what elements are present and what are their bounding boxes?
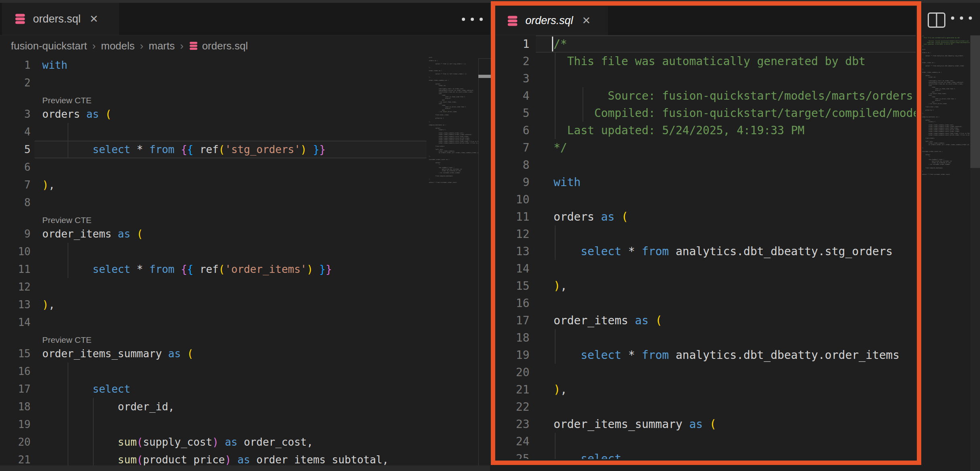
code-line[interactable]: 8 xyxy=(0,194,427,211)
code-line[interactable]: 7*/ xyxy=(495,139,916,156)
indent-guide xyxy=(93,398,94,469)
breadcrumb-item[interactable]: marts xyxy=(148,40,175,52)
split-editor-icon[interactable] xyxy=(928,12,945,28)
code-line[interactable]: 9with xyxy=(495,174,916,191)
code-line[interactable]: 7), xyxy=(0,176,427,194)
code-line[interactable]: 25 select xyxy=(495,450,916,459)
line-number: 23 xyxy=(495,416,529,433)
breadcrumb-item[interactable]: fusion-quickstart xyxy=(11,40,87,52)
code-line[interactable]: 20 sum(supply_cost) as order_cost, xyxy=(0,433,427,451)
breadcrumb-item[interactable]: models xyxy=(101,40,135,52)
line-number: 9 xyxy=(0,225,31,243)
code-line[interactable]: 17 select xyxy=(0,380,427,398)
code-text: ), xyxy=(554,381,567,398)
more-actions-icon[interactable] xyxy=(462,18,483,21)
left-editor-code[interactable]: 1with2Preview CTE3orders as (45 select *… xyxy=(0,56,427,471)
close-icon[interactable]: ✕ xyxy=(90,13,99,25)
more-actions-icon[interactable] xyxy=(951,16,972,20)
code-line[interactable]: 11orders as ( xyxy=(495,208,916,225)
right-editor-code[interactable]: 1/*2 This file was automatically generat… xyxy=(495,35,916,459)
tab-label: orders.sql xyxy=(33,13,81,25)
left-minimap[interactable]: withorders as ( select * from {{ ref('st… xyxy=(429,57,479,225)
code-line[interactable]: 19 xyxy=(0,416,427,433)
codelens-row[interactable]: Preview CTE xyxy=(0,211,427,225)
code-line[interactable]: 24 xyxy=(495,433,916,450)
code-line[interactable]: 17order_items as ( xyxy=(495,312,916,329)
line-number: 15 xyxy=(0,345,31,362)
code-line[interactable]: 9order_items as ( xyxy=(0,225,427,243)
code-text: order_id, xyxy=(42,398,175,416)
close-icon[interactable]: ✕ xyxy=(582,14,591,27)
code-line[interactable]: 11 select * from {{ ref('order_items') }… xyxy=(0,260,427,278)
code-line[interactable]: 19 select * from analytics.dbt_dbeatty.o… xyxy=(495,346,916,364)
codelens-row[interactable]: Preview CTE xyxy=(0,92,427,105)
breadcrumb: fusion-quickstart›models›marts›orders.sq… xyxy=(11,35,248,56)
code-line[interactable]: 12 xyxy=(0,278,427,296)
breadcrumb-item[interactable]: orders.sql xyxy=(189,40,248,52)
line-number: 5 xyxy=(495,104,529,122)
code-text: select xyxy=(42,380,130,398)
code-line[interactable]: 14 xyxy=(0,313,427,331)
overview-ruler xyxy=(478,58,491,466)
code-line[interactable]: 10 xyxy=(495,191,916,208)
codelens-preview-cte[interactable]: Preview CTE xyxy=(42,96,92,105)
code-line[interactable]: 22 xyxy=(495,398,916,416)
code-line[interactable]: 14 xyxy=(495,260,916,277)
code-line[interactable]: 8 xyxy=(495,156,916,174)
indent-guide xyxy=(555,225,556,260)
code-text: order_items as ( xyxy=(42,225,143,243)
code-text: select * from {{ ref('order_items') }} xyxy=(42,260,332,278)
line-number: 17 xyxy=(495,312,529,329)
codelens-preview-cte[interactable]: Preview CTE xyxy=(42,335,92,345)
code-line[interactable]: 10 xyxy=(0,243,427,260)
code-line[interactable]: 16 xyxy=(0,362,427,380)
line-number: 16 xyxy=(495,295,529,312)
line-number: 18 xyxy=(0,398,31,416)
titlebar-strip xyxy=(0,0,980,3)
line-number: 2 xyxy=(495,53,529,70)
code-line[interactable]: 13), xyxy=(0,296,427,313)
code-text: ), xyxy=(554,277,567,295)
indent-guide xyxy=(68,123,68,158)
horizontal-scrollbar-area[interactable] xyxy=(0,465,490,471)
code-line[interactable]: 6 Last updated: 5/24/2025, 4:19:33 PM xyxy=(495,122,916,139)
code-line[interactable]: 15), xyxy=(495,277,916,295)
codelens-row[interactable]: Preview CTE xyxy=(0,331,427,345)
line-number: 7 xyxy=(0,176,31,194)
overview-cursor-marker xyxy=(478,75,492,78)
line-number: 1 xyxy=(0,56,31,74)
line-number: 24 xyxy=(495,433,529,450)
code-line[interactable]: 4 xyxy=(0,123,427,141)
code-line[interactable]: 16 xyxy=(495,295,916,312)
code-text: */ xyxy=(554,139,567,156)
scrollbar-thumb[interactable] xyxy=(970,35,980,168)
tab-orders-sql-right[interactable]: orders.sql ✕ xyxy=(494,6,608,35)
code-text: select * from analytics.dbt_dbeatty.orde… xyxy=(554,346,900,364)
code-line[interactable]: 3orders as ( xyxy=(0,105,427,123)
code-line[interactable]: 4 Source: fusion-quickstart/models/marts… xyxy=(495,87,916,104)
code-line[interactable]: 21), xyxy=(495,381,916,398)
code-text: order_items as ( xyxy=(554,312,662,329)
line-number: 3 xyxy=(0,105,31,123)
code-line[interactable]: 18 order_id, xyxy=(0,398,427,416)
code-line[interactable]: 2 This file was automatically generated … xyxy=(495,53,916,70)
code-line[interactable]: 3 xyxy=(495,70,916,87)
code-line[interactable]: 1with xyxy=(0,56,427,74)
code-line[interactable]: 23order_items_summary as ( xyxy=(495,416,916,433)
line-number: 16 xyxy=(0,362,31,380)
code-line[interactable]: 20 xyxy=(495,364,916,381)
code-line[interactable]: 18 xyxy=(495,329,916,346)
code-line[interactable]: 15order_items_summary as ( xyxy=(0,345,427,362)
line-number: 9 xyxy=(495,174,529,191)
code-line[interactable]: 5 Compiled: fusion-quickstart/target/com… xyxy=(495,104,916,122)
right-minimap[interactable]: /* This file was automatically generated… xyxy=(922,35,970,204)
code-line[interactable]: 6 xyxy=(0,158,427,176)
tab-orders-sql-left[interactable]: orders.sql ✕ xyxy=(2,3,119,35)
code-text: Source: fusion-quickstart/models/marts/o… xyxy=(554,87,916,104)
code-line[interactable]: 13 select * from analytics.dbt_dbeatty.s… xyxy=(495,243,916,260)
line-number: 14 xyxy=(0,313,31,331)
codelens-preview-cte[interactable]: Preview CTE xyxy=(42,215,92,225)
code-line[interactable]: 2 xyxy=(0,74,427,92)
code-text: This file was automatically generated by… xyxy=(554,53,865,70)
code-line[interactable]: 12 xyxy=(495,225,916,243)
